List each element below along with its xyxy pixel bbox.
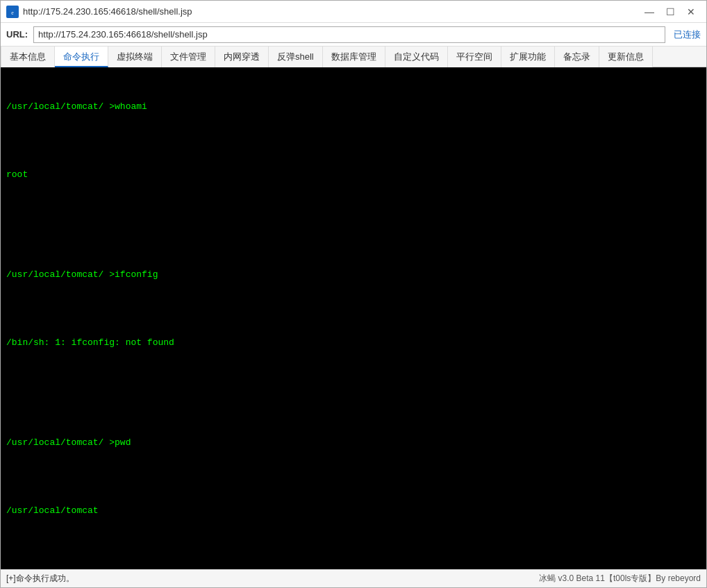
tab-db-manage[interactable]: 数据库管理 [323, 47, 385, 67]
terminal-line-1: /usr/local/tomcat/ >whoami [6, 100, 701, 114]
svg-text:e: e [11, 10, 14, 16]
nav-tabs: 基本信息 命令执行 虚拟终端 文件管理 内网穿透 反弹shell 数据库管理 自… [1, 47, 706, 67]
title-bar: e http://175.24.230.165:46618/shell/shel… [1, 1, 706, 23]
tab-update-info[interactable]: 更新信息 [599, 47, 653, 67]
tab-intranet[interactable]: 内网穿透 [215, 47, 269, 67]
app-icon: e [6, 6, 19, 18]
terminal-output[interactable]: /usr/local/tomcat/ >whoami root /usr/loc… [1, 67, 706, 569]
tab-file-manage[interactable]: 文件管理 [162, 47, 215, 67]
tab-parallel-space[interactable]: 平行空间 [448, 47, 501, 67]
tab-command-exec[interactable]: 命令执行 [55, 47, 108, 67]
tab-virtual-terminal[interactable]: 虚拟终端 [108, 47, 162, 67]
tab-basic-info[interactable]: 基本信息 [1, 47, 55, 67]
terminal-line-4: /bin/sh: 1: ifconfig: not found [6, 336, 701, 350]
tab-extend[interactable]: 扩展功能 [501, 47, 555, 67]
connected-status: 已连接 [674, 28, 701, 41]
url-label: URL: [6, 29, 28, 40]
tab-reverse-shell[interactable]: 反弹shell [269, 47, 323, 67]
status-left: [+]命令执行成功。 [6, 573, 539, 585]
terminal-line-5: /usr/local/tomcat/ >pwd [6, 436, 701, 450]
close-button[interactable]: ✕ [681, 4, 701, 19]
url-input[interactable] [33, 26, 665, 43]
terminal-blank-1 [6, 235, 701, 241]
url-bar: URL: 已连接 [1, 23, 706, 47]
status-right: 冰蝎 v3.0 Beta 11【t00ls专版】By rebeyord [539, 573, 701, 585]
terminal-blank-2 [6, 403, 701, 409]
window-controls: — ☐ ✕ [640, 4, 701, 19]
terminal-line-2: root [6, 168, 701, 182]
window-title: http://175.24.230.165:46618/shell/shell.… [23, 6, 640, 17]
terminal-line-6: /usr/local/tomcat [6, 504, 701, 518]
status-bar: [+]命令执行成功。 冰蝎 v3.0 Beta 11【t00ls专版】By re… [1, 569, 706, 587]
tab-notes[interactable]: 备忘录 [555, 47, 599, 67]
terminal-line-3: /usr/local/tomcat/ >ifconfig [6, 268, 701, 282]
maximize-button[interactable]: ☐ [660, 4, 680, 19]
minimize-button[interactable]: — [640, 4, 659, 19]
main-window: e http://175.24.230.165:46618/shell/shel… [0, 0, 707, 588]
tab-custom-code[interactable]: 自定义代码 [385, 47, 448, 67]
